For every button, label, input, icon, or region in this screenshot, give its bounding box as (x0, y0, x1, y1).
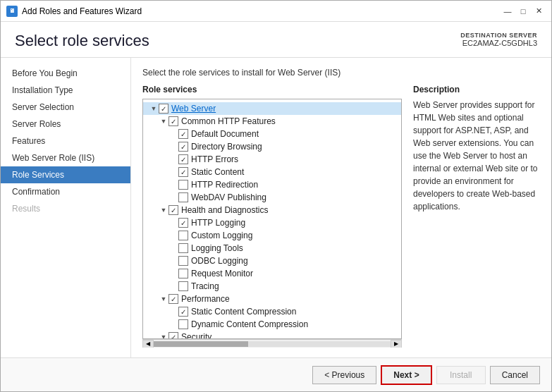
close-button[interactable]: ✕ (532, 5, 546, 18)
label-http-redirect: HTTP Redirection (191, 180, 258, 190)
check-odbc-logging[interactable] (178, 256, 188, 266)
tree-node-web-server[interactable]: ▼ Web Server (143, 102, 401, 115)
check-http-errors[interactable] (178, 154, 188, 164)
minimize-button[interactable]: — (501, 5, 515, 18)
tree-node-request-monitor[interactable]: Request Monitor (143, 267, 401, 280)
page-title: Select role services (15, 32, 149, 50)
sidebar-item-web-server-role[interactable]: Web Server Role (IIS) (1, 149, 130, 166)
tree-container[interactable]: ▼ Web Server ▼ Common HTTP Features (142, 99, 402, 339)
check-dynamic-compress[interactable] (178, 319, 188, 329)
check-webdav[interactable] (178, 192, 188, 202)
h-scroll-track[interactable] (154, 341, 391, 347)
tree-node-security[interactable]: ▼ Security (143, 331, 401, 339)
description-header: Description (413, 85, 540, 94)
label-request-monitor: Request Monitor (191, 269, 253, 278)
toggle-common-http[interactable]: ▼ (159, 118, 168, 125)
check-static-compress[interactable] (178, 307, 188, 317)
check-health-diag[interactable] (168, 205, 178, 215)
check-tracing[interactable] (178, 281, 188, 291)
tree-node-http-redirect[interactable]: HTTP Redirection (143, 178, 401, 191)
title-bar: 🖥 Add Roles and Features Wizard — □ ✕ (1, 1, 551, 22)
sidebar-item-server-selection[interactable]: Server Selection (1, 99, 130, 116)
check-security[interactable] (168, 332, 178, 339)
label-tracing: Tracing (191, 281, 219, 291)
check-http-logging[interactable] (178, 218, 188, 228)
check-performance[interactable] (168, 294, 178, 304)
tree-node-health-diag[interactable]: ▼ Health and Diagnostics (143, 204, 401, 216)
check-common-http[interactable] (168, 116, 178, 126)
role-services-header: Role services (142, 85, 402, 94)
check-default-doc[interactable] (178, 129, 188, 139)
tree-node-static-content[interactable]: Static Content (143, 166, 401, 178)
sidebar-item-before-you-begin[interactable]: Before You Begin (1, 65, 130, 82)
destination-label: DESTINATION SERVER (460, 32, 537, 39)
label-default-doc: Default Document (191, 129, 259, 139)
content-subtitle: Select the role services to install for … (142, 68, 540, 78)
previous-button[interactable]: < Previous (312, 366, 376, 384)
next-button[interactable]: Next > (381, 365, 431, 385)
check-web-server[interactable] (159, 104, 168, 114)
tree-node-static-compress[interactable]: Static Content Compression (143, 305, 401, 318)
tree-node-common-http[interactable]: ▼ Common HTTP Features (143, 115, 401, 128)
label-web-server: Web Server (171, 104, 216, 114)
check-request-monitor[interactable] (178, 269, 188, 278)
tree-scroll-inner: ▼ Web Server ▼ Common HTTP Features (143, 99, 401, 339)
label-static-content: Static Content (191, 167, 244, 177)
check-custom-logging[interactable] (178, 231, 188, 240)
destination-server: DESTINATION SERVER EC2AMAZ-C5GDHL3 (460, 32, 537, 47)
tree-node-odbc-logging[interactable]: ODBC Logging (143, 255, 401, 267)
sidebar-item-server-roles[interactable]: Server Roles (1, 116, 130, 133)
scroll-left-arrow[interactable]: ◀ (142, 340, 154, 348)
label-security: Security (181, 332, 211, 339)
sidebar-item-role-services[interactable]: Role Services (1, 166, 130, 183)
label-odbc-logging: ODBC Logging (191, 256, 248, 266)
tree-node-http-logging[interactable]: HTTP Logging (143, 216, 401, 229)
toggle-web-server[interactable]: ▼ (149, 105, 159, 112)
tree-node-tracing[interactable]: Tracing (143, 280, 401, 293)
check-http-redirect[interactable] (178, 180, 188, 190)
sidebar-item-confirmation[interactable]: Confirmation (1, 183, 130, 200)
label-dir-browsing: Directory Browsing (191, 142, 262, 152)
page-header: Select role services DESTINATION SERVER … (1, 22, 551, 58)
destination-name: EC2AMAZ-C5GDHL3 (462, 39, 537, 47)
label-http-errors: HTTP Errors (191, 154, 238, 164)
tree-node-default-doc[interactable]: Default Document (143, 128, 401, 140)
install-button[interactable]: Install (436, 366, 486, 384)
maximize-button[interactable]: □ (516, 5, 530, 18)
tree-node-webdav[interactable]: WebDAV Publishing (143, 191, 401, 204)
scroll-right-arrow[interactable]: ▶ (391, 340, 402, 348)
tree-node-custom-logging[interactable]: Custom Logging (143, 229, 401, 242)
sidebar-item-results: Results (1, 200, 130, 217)
title-bar-controls: — □ ✕ (501, 5, 546, 18)
label-logging-tools: Logging Tools (191, 243, 243, 253)
horizontal-scrollbar[interactable]: ◀ ▶ (142, 339, 402, 348)
panels-row: Role services ▼ Web Server (142, 85, 540, 348)
window-title: Add Roles and Features Wizard (22, 6, 142, 16)
tree-node-dynamic-compress[interactable]: Dynamic Content Compression (143, 318, 401, 331)
label-http-logging: HTTP Logging (191, 218, 245, 228)
sidebar-item-installation-type[interactable]: Installation Type (1, 82, 130, 99)
label-static-compress: Static Content Compression (191, 307, 296, 317)
tree-node-performance[interactable]: ▼ Performance (143, 293, 401, 305)
label-webdav: WebDAV Publishing (191, 192, 266, 202)
sidebar: Before You Begin Installation Type Serve… (1, 58, 131, 357)
app-icon: 🖥 (6, 6, 18, 17)
toggle-health-diag[interactable]: ▼ (159, 207, 168, 214)
tree-node-dir-browsing[interactable]: Directory Browsing (143, 140, 401, 153)
cancel-button[interactable]: Cancel (490, 366, 540, 384)
description-text: Web Server provides support for HTML Web… (413, 99, 540, 213)
label-dynamic-compress: Dynamic Content Compression (191, 319, 308, 329)
toggle-security[interactable]: ▼ (159, 333, 168, 339)
toggle-performance[interactable]: ▼ (159, 295, 168, 302)
check-static-content[interactable] (178, 167, 188, 177)
h-scroll-thumb[interactable] (154, 341, 248, 347)
title-bar-left: 🖥 Add Roles and Features Wizard (6, 6, 142, 17)
tree-node-http-errors[interactable]: HTTP Errors (143, 153, 401, 166)
sidebar-item-features[interactable]: Features (1, 133, 130, 149)
check-dir-browsing[interactable] (178, 142, 188, 152)
tree-node-logging-tools[interactable]: Logging Tools (143, 242, 401, 255)
description-panel: Description Web Server provides support … (413, 85, 540, 348)
check-logging-tools[interactable] (178, 243, 188, 253)
label-common-http: Common HTTP Features (181, 116, 276, 126)
content-panel: Select the role services to install for … (131, 58, 551, 357)
